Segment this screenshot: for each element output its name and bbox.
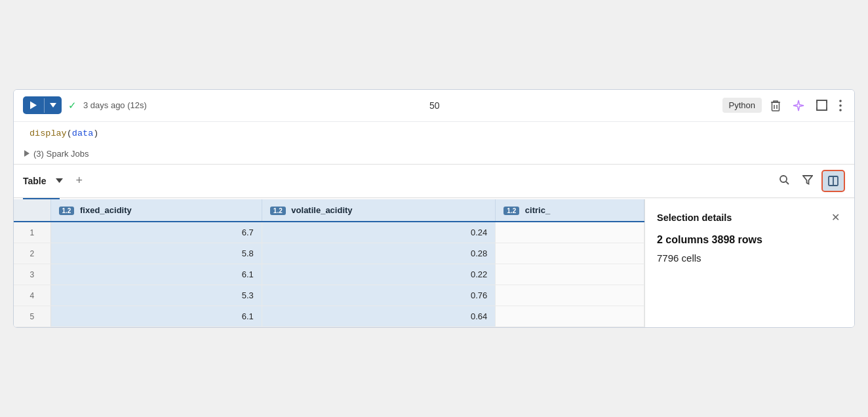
selection-cells-stat: 7796 cells	[657, 252, 842, 264]
type-badge-citric: 1.2	[503, 207, 519, 215]
data-table-wrapper: 1.2 fixed_acidity 1.2 volatile_acidity 1…	[14, 199, 644, 327]
row-num-cell: 5	[14, 306, 50, 327]
success-icon: ✓	[68, 100, 77, 111]
spark-jobs-label: (3) Spark Jobs	[33, 149, 89, 159]
cell-fixed-acidity: 6.7	[50, 222, 262, 243]
type-badge-volatile-acidity: 1.2	[270, 207, 286, 215]
col-name-citric: citric_	[525, 205, 550, 215]
svg-marker-12	[803, 176, 812, 184]
row-num-header	[14, 199, 50, 222]
svg-line-11	[786, 182, 789, 184]
execution-timestamp: 3 days ago (12s)	[83, 100, 147, 110]
code-line: display(data)	[14, 122, 854, 145]
row-num-cell: 3	[14, 264, 50, 285]
spark-jobs-triangle-icon	[24, 150, 30, 157]
selection-panel-title: Selection details	[657, 212, 732, 223]
toolbar-right: Python	[722, 96, 845, 115]
output-area: Table +	[14, 164, 854, 328]
cell-fixed-acidity: 6.1	[50, 264, 262, 285]
code-argument: data	[72, 129, 93, 138]
search-button[interactable]	[774, 171, 794, 190]
svg-marker-0	[30, 102, 37, 109]
table-toolbar: Table +	[14, 165, 854, 198]
cell-citric	[496, 306, 644, 327]
more-options-button[interactable]	[836, 96, 845, 115]
table-container: 1.2 fixed_acidity 1.2 volatile_acidity 1…	[14, 199, 854, 327]
code-paren-open: (	[67, 129, 72, 138]
table-tab-label: Table	[23, 176, 47, 186]
svg-point-10	[780, 176, 787, 182]
columns-panel-button[interactable]	[821, 170, 845, 192]
svg-point-8	[839, 109, 842, 111]
cell-volatile-acidity: 0.24	[262, 222, 496, 243]
table-row: 3 6.1 0.22	[14, 264, 644, 285]
sparkle-button[interactable]	[789, 96, 808, 115]
type-badge-fixed-acidity: 1.2	[59, 207, 75, 215]
cell-citric	[496, 264, 644, 285]
svg-rect-5	[817, 100, 827, 110]
row-num-cell: 4	[14, 285, 50, 306]
trash-button[interactable]	[767, 96, 784, 115]
col-name-fixed-acidity: fixed_acidity	[80, 205, 132, 215]
table-row: 1 6.7 0.24	[14, 222, 644, 243]
run-button-group	[23, 96, 62, 114]
code-function: display	[30, 129, 67, 138]
selection-panel: Selection details ✕ 2 columns 3898 rows …	[644, 199, 854, 327]
cell-volatile-acidity: 0.22	[262, 264, 496, 285]
cell-citric	[496, 243, 644, 264]
table-dropdown-button[interactable]	[53, 177, 66, 184]
row-count: 50	[429, 100, 440, 111]
svg-point-7	[839, 104, 842, 107]
cell-volatile-acidity: 0.76	[262, 285, 496, 306]
table-header-row: 1.2 fixed_acidity 1.2 volatile_acidity 1…	[14, 199, 644, 222]
expand-button[interactable]	[813, 96, 831, 114]
row-num-cell: 2	[14, 243, 50, 264]
col-header-citric[interactable]: 1.2 citric_	[496, 199, 644, 222]
cell-fixed-acidity: 5.3	[50, 285, 262, 306]
col-header-volatile-acidity[interactable]: 1.2 volatile_acidity	[262, 199, 496, 222]
run-chevron-button[interactable]	[45, 98, 62, 112]
svg-rect-2	[772, 102, 779, 111]
col-header-fixed-acidity[interactable]: 1.2 fixed_acidity	[50, 199, 262, 222]
language-badge[interactable]: Python	[722, 98, 762, 113]
table-toolbar-right	[774, 170, 845, 192]
data-table: 1.2 fixed_acidity 1.2 volatile_acidity 1…	[14, 199, 644, 327]
code-paren-close: )	[93, 129, 98, 138]
selection-panel-header: Selection details ✕	[657, 210, 842, 225]
spark-jobs-row[interactable]: (3) Spark Jobs	[14, 145, 854, 164]
cell-citric	[496, 222, 644, 243]
col-name-volatile-acidity: volatile_acidity	[291, 205, 352, 215]
notebook-cell: ✓ 3 days ago (12s) 50 Python	[13, 89, 855, 328]
table-row: 2 5.8 0.28	[14, 243, 644, 264]
filter-button[interactable]	[798, 171, 818, 190]
cell-fixed-acidity: 5.8	[50, 243, 262, 264]
cell-toolbar: ✓ 3 days ago (12s) 50 Python	[14, 90, 854, 122]
table-row: 5 6.1 0.64	[14, 306, 644, 327]
selection-columns-rows-stat: 2 columns 3898 rows	[657, 234, 842, 246]
svg-marker-1	[50, 103, 56, 108]
svg-marker-9	[56, 178, 63, 183]
cell-fixed-acidity: 6.1	[50, 306, 262, 327]
cell-citric	[496, 285, 644, 306]
table-body: 1 6.7 0.24 2 5.8 0.28 3 6.1 0.22 4 5.3 0…	[14, 222, 644, 327]
run-button[interactable]	[23, 96, 44, 114]
selection-panel-close-button[interactable]: ✕	[829, 210, 842, 225]
cell-volatile-acidity: 0.64	[262, 306, 496, 327]
svg-point-6	[839, 100, 842, 102]
cell-volatile-acidity: 0.28	[262, 243, 496, 264]
table-row: 4 5.3 0.76	[14, 285, 644, 306]
row-num-cell: 1	[14, 222, 50, 243]
add-view-button[interactable]: +	[72, 172, 87, 189]
